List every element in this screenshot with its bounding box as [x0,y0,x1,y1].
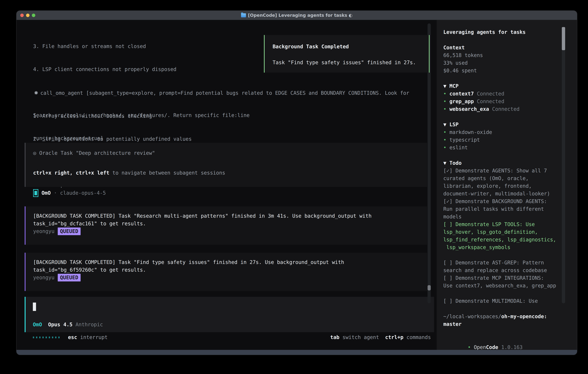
gear-icon [33,90,39,96]
prompt-input[interactable]: OmO Opus 4.5 Anthropic [25,297,434,332]
minimize-button[interactable] [26,14,30,17]
spinner-dot [39,337,41,338]
agent-header: OmO · claude-opus-4-5 [33,189,106,197]
lsp-item: • eslint [443,144,577,151]
tab-key-hint: tab [330,333,339,341]
bullet-icon: • [443,98,446,104]
scrollback-line: 3. File handles or streams not closed [33,42,250,50]
sidebar-scrollbar-thumb[interactable] [562,27,565,50]
target-icon: ◎ [33,150,36,156]
scrollback-line: 4. LSP client connections not properly d… [33,65,250,73]
zoom-button[interactable] [32,14,35,17]
mcp-item: • context7 Connected [443,90,577,98]
tab-key-label: switch agent [339,333,379,341]
context-heading: Context [443,44,577,52]
esc-key-label: interrupt [77,333,108,341]
input-agent-label[interactable]: OmO [33,321,42,328]
esc-key-hint: esc [68,333,77,341]
context-used: 33% used [443,59,577,67]
todo-section-header[interactable]: ▼ Todo [443,159,577,167]
ctrlp-key-label: commands [403,333,431,341]
spinner-dot [36,337,37,338]
background-task-message: [BACKGROUND TASK COMPLETED] Task "Find t… [25,253,427,291]
message-line: [BACKGROUND TASK COMPLETED] Task "Resear… [33,212,427,220]
todo-item-line: [ ] Demonstrate AST-GREP: Pattern [443,259,577,267]
session-title: Leveraging agents for tasks [443,28,577,36]
spinner-dot [58,337,60,338]
todo-item-line: librarian, explore, frontend, [443,182,577,190]
activity-spinner [33,337,60,338]
context-section: Context 66,518 tokens 33% used $0.46 spe… [443,44,577,74]
session-sidebar: Leveraging agents for tasks Context 66,5… [437,20,577,355]
todo-item-line: [ ] Demonstrate MULTIMODAL: Use [443,297,577,305]
spinner-dot [33,337,34,338]
spinner-dot [42,337,44,338]
queued-badge: QUEUED [58,274,81,281]
message-author: yeongyu [33,274,54,281]
close-button[interactable] [20,14,24,17]
bullet-icon: • [443,129,446,135]
mcp-section: ▼ MCP • context7 Connected • grep_app Co… [443,82,577,113]
toast-title: Background Task Completed [273,43,429,51]
queued-badge: QUEUED [58,228,81,235]
message-line: [BACKGROUND TASK COMPLETED] Task "Find t… [33,259,427,266]
input-provider-label: Anthropic [75,321,103,328]
spinner-dot [46,337,47,338]
app-window: [OpenCode] Leveraging agents for tasks ◐… [16,10,577,355]
omo-agent-icon [33,189,38,197]
spinner-dot [49,337,50,338]
lsp-item: • typescript [443,136,577,144]
todo-item-line: Run parallel tasks with different [443,205,577,213]
bullet-icon: • [443,137,446,143]
todo-item-line: lsp_workspace_symbols [443,244,577,251]
todo-item-line: lsp_hover, lsp_goto_definition, [443,228,577,236]
context-tokens: 66,518 tokens [443,52,577,59]
mcp-section-header[interactable]: ▼ MCP [443,82,577,90]
todo-item-line: [✓] Demonstrate AGENTS: Show all 7 [443,167,577,175]
agent-model: claude-opus-4-5 [60,189,106,197]
mcp-item: • grep_app Connected [443,98,577,105]
todo-item-line: [ ] Demonstrate LSP TOOLS: Use [443,220,577,228]
bullet-icon: • [443,91,446,97]
window-bottom-strip [17,350,577,355]
document-icon [241,13,246,17]
todo-item-line: Use context7, websearch_exa, grep_app [443,282,577,290]
tool-call-line: 2. String operations on potentially unde… [33,135,409,143]
tool-call-header-line: call_omo_agent [subagent_type=explore, p… [33,89,409,97]
window-title-group: [OpenCode] Leveraging agents for tasks ◐ [241,13,352,18]
spinner-dot [52,337,53,338]
titlebar[interactable]: [OpenCode] Leveraging agents for tasks ◐ [17,11,577,20]
text-cursor [33,302,36,311]
input-model-label[interactable]: Opus 4.5 [48,321,73,328]
message-author: yeongyu [33,228,54,235]
oracle-task-title: ◎ Oracle Task "Deep architecture review" [33,149,427,157]
mcp-item: • websearch_exa Connected [443,105,577,113]
message-line: task_id="bg_6f59260c" to get results. [33,266,427,274]
lsp-section-header[interactable]: ▼ LSP [443,121,577,128]
agent-name: OmO [42,189,51,197]
bullet-icon: • [443,145,446,150]
todo-item-line: curated agents (OmO, oracle, [443,175,577,182]
ctrlp-key-hint: ctrl+p [385,333,403,341]
status-bar: esc interrupt tab switch agent ctrl+p co… [17,333,437,341]
todo-item-line: search and replace across codebase [443,267,577,274]
todo-item-line [443,290,577,297]
separator-dot: · [54,189,57,197]
sidebar-scrollbar[interactable] [562,27,565,303]
todo-item-line: [ ] Demonstrate MCP INTEGRATIONS: [443,274,577,282]
context-spent: $0.46 spent [443,67,577,74]
chat-main-pane: 3. File handles or streams not closed 4.… [17,20,437,355]
todo-item-line: [✓] Demonstrate BACKGROUND AGENTS: [443,197,577,205]
todo-item-line: lsp_find_references, lsp_diagnostics, [443,236,577,244]
lsp-item: • markdown-oxide [443,128,577,136]
toast-body: Task "Find type safety issues" finished … [273,59,429,66]
chat-scrollbar-thumb[interactable] [428,285,431,291]
bullet-icon: • [468,344,471,350]
workspace-path: ~/local-workspaces/oh-my-opencode: [443,313,577,320]
todo-item-line [443,251,577,259]
message-line: task_id="bg_dcfac161" to get results. [33,220,427,228]
workspace-branch: master [443,320,577,328]
todo-item-line: document-writer, multimodal-looker) [443,190,577,197]
background-task-message: [BACKGROUND TASK COMPLETED] Task "Resear… [25,206,427,245]
todo-list: [✓] Demonstrate AGENTS: Show all 7curate… [443,167,577,305]
